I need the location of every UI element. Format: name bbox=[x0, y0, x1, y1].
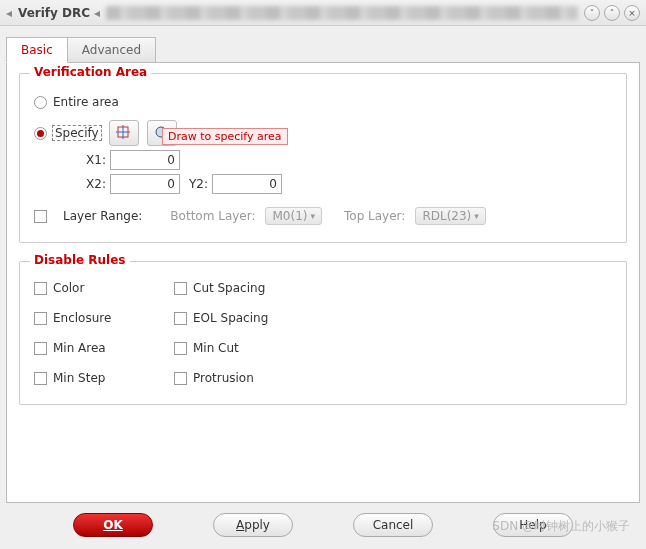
dialog-buttons: OK Apply Cancel Help bbox=[6, 503, 640, 543]
rules-grid: Color Cut Spacing Enclosure EOL Spacing … bbox=[34, 276, 612, 390]
input-x1[interactable]: 0 bbox=[110, 150, 180, 170]
help-button[interactable]: Help bbox=[493, 513, 573, 537]
label-specify: Specify bbox=[53, 126, 101, 140]
check-rule[interactable] bbox=[174, 282, 187, 295]
rule-enclosure[interactable]: Enclosure bbox=[34, 306, 174, 330]
title-sep: ◂ bbox=[94, 6, 100, 20]
check-layer-range[interactable] bbox=[34, 210, 47, 223]
dropdown-bottom-layer[interactable]: M0(1)▾ bbox=[265, 207, 322, 225]
label-bottom-layer: Bottom Layer: bbox=[170, 209, 255, 223]
apply-button[interactable]: Apply bbox=[213, 513, 293, 537]
check-rule[interactable] bbox=[34, 342, 47, 355]
close-button[interactable]: × bbox=[624, 5, 640, 21]
check-rule[interactable] bbox=[34, 372, 47, 385]
check-rule[interactable] bbox=[174, 372, 187, 385]
check-rule[interactable] bbox=[34, 312, 47, 325]
label-top-layer: Top Layer: bbox=[344, 209, 405, 223]
draw-area-button[interactable] bbox=[109, 120, 139, 146]
title-path-blurred bbox=[106, 6, 578, 20]
row-x2-y2: X2: 0 Y2: 0 bbox=[84, 174, 612, 194]
chevron-down-icon: ▾ bbox=[310, 211, 315, 221]
row-specify[interactable]: Specify bbox=[34, 120, 612, 146]
rule-min-step[interactable]: Min Step bbox=[34, 366, 174, 390]
row-x1: X1: 0 bbox=[84, 150, 612, 170]
rule-eol-spacing[interactable]: EOL Spacing bbox=[174, 306, 334, 330]
client-area: Basic Advanced Verification Area Entire … bbox=[0, 26, 646, 549]
app-menu-icon[interactable]: ◂ bbox=[6, 6, 12, 20]
draw-area-icon bbox=[116, 125, 132, 141]
group-title-verification: Verification Area bbox=[30, 65, 151, 79]
rule-protrusion[interactable]: Protrusion bbox=[174, 366, 334, 390]
radio-specify[interactable] bbox=[34, 127, 47, 140]
rule-min-area[interactable]: Min Area bbox=[34, 336, 174, 360]
tab-basic[interactable]: Basic bbox=[6, 37, 68, 63]
chevron-down-icon: ▾ bbox=[474, 211, 479, 221]
title-bar: ◂ Verify DRC ◂ ˅ ˄ × bbox=[0, 0, 646, 26]
check-rule[interactable] bbox=[174, 312, 187, 325]
rule-min-cut[interactable]: Min Cut bbox=[174, 336, 334, 360]
radio-entire-area[interactable] bbox=[34, 96, 47, 109]
row-layer-range: Layer Range: Bottom Layer: M0(1)▾ Top La… bbox=[34, 204, 612, 228]
rule-color[interactable]: Color bbox=[34, 276, 174, 300]
group-title-rules: Disable Rules bbox=[30, 253, 130, 267]
tooltip-draw-area: Draw to specify area bbox=[162, 128, 288, 145]
minimize-button[interactable]: ˅ bbox=[584, 5, 600, 21]
row-entire-area[interactable]: Entire area bbox=[34, 90, 612, 114]
tab-advanced[interactable]: Advanced bbox=[67, 37, 156, 63]
window-title: Verify DRC bbox=[18, 6, 90, 20]
maximize-button[interactable]: ˄ bbox=[604, 5, 620, 21]
ok-button[interactable]: OK bbox=[73, 513, 153, 537]
check-rule[interactable] bbox=[174, 342, 187, 355]
group-disable-rules: Disable Rules Color Cut Spacing Enclosur… bbox=[19, 261, 627, 405]
label-x2: X2: bbox=[84, 177, 106, 191]
label-entire-area: Entire area bbox=[53, 95, 119, 109]
rule-cut-spacing[interactable]: Cut Spacing bbox=[174, 276, 334, 300]
label-layer-range: Layer Range: bbox=[63, 209, 142, 223]
group-verification-area: Verification Area Entire area Specify Dr… bbox=[19, 73, 627, 243]
cancel-button[interactable]: Cancel bbox=[353, 513, 433, 537]
label-x1: X1: bbox=[84, 153, 106, 167]
input-y2[interactable]: 0 bbox=[212, 174, 282, 194]
check-rule[interactable] bbox=[34, 282, 47, 295]
tab-strip: Basic Advanced bbox=[6, 36, 640, 62]
tab-panel-basic: Verification Area Entire area Specify Dr… bbox=[6, 62, 640, 503]
label-y2: Y2: bbox=[186, 177, 208, 191]
input-x2[interactable]: 0 bbox=[110, 174, 180, 194]
dropdown-top-layer[interactable]: RDL(23)▾ bbox=[415, 207, 485, 225]
